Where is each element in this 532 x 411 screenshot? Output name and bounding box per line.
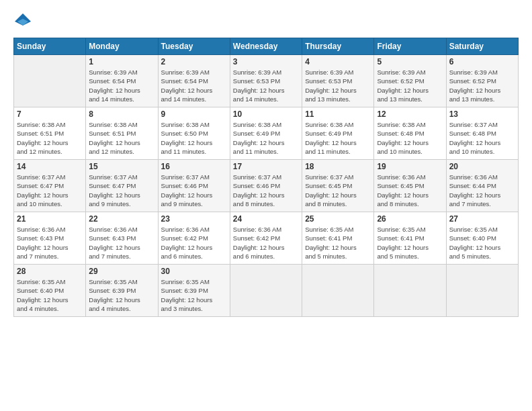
day-number: 9 (161, 109, 227, 119)
calendar-cell: 19Sunrise: 6:36 AMSunset: 6:45 PMDayligh… (374, 160, 446, 212)
day-number: 14 (17, 162, 83, 171)
day-info: Sunrise: 6:39 AMSunset: 6:53 PMDaylight:… (233, 68, 299, 103)
calendar-cell: 29Sunrise: 6:35 AMSunset: 6:39 PMDayligh… (86, 265, 158, 317)
cell-info-line: Sunset: 6:42 PM (161, 234, 227, 242)
calendar-cell: 24Sunrise: 6:36 AMSunset: 6:42 PMDayligh… (230, 212, 302, 265)
cell-info-line: Daylight: 12 hours (89, 138, 154, 147)
cell-info-line: and 7 minutes. (449, 199, 515, 208)
cell-info-line: and 5 minutes. (449, 252, 515, 261)
calendar-cell: 9Sunrise: 6:38 AMSunset: 6:50 PMDaylight… (158, 107, 230, 160)
cell-info-line: Sunset: 6:53 PM (233, 77, 299, 85)
cell-info-line: and 12 minutes. (17, 147, 83, 156)
calendar-page: SundayMondayTuesdayWednesdayThursdayFrid… (0, 0, 532, 411)
cell-info-line: Sunrise: 6:35 AM (449, 225, 515, 234)
cell-info-line: Daylight: 12 hours (233, 138, 299, 147)
calendar-cell: 30Sunrise: 6:35 AMSunset: 6:39 PMDayligh… (158, 265, 230, 317)
cell-info-line: and 11 minutes. (161, 147, 227, 156)
day-info: Sunrise: 6:39 AMSunset: 6:53 PMDaylight:… (305, 68, 371, 103)
cell-info-line: Sunset: 6:47 PM (17, 181, 83, 190)
cell-info-line: Sunrise: 6:36 AM (161, 225, 227, 234)
calendar-cell: 25Sunrise: 6:35 AMSunset: 6:41 PMDayligh… (302, 212, 374, 265)
day-number: 12 (377, 109, 443, 119)
cell-info-line: Sunset: 6:54 PM (89, 77, 154, 85)
weekday-header-sunday: Sunday (14, 38, 86, 55)
day-number: 2 (161, 57, 227, 66)
cell-info-line: Sunset: 6:54 PM (161, 77, 227, 85)
cell-info-line: Sunrise: 6:36 AM (377, 173, 443, 181)
cell-info-line: Sunrise: 6:37 AM (17, 173, 83, 181)
cell-info-line: Sunrise: 6:39 AM (89, 68, 154, 77)
cell-info-line: and 13 minutes. (449, 95, 515, 103)
cell-info-line: Daylight: 12 hours (377, 138, 443, 147)
cell-info-line: Daylight: 12 hours (233, 191, 299, 199)
cell-info-line: Sunrise: 6:39 AM (449, 68, 515, 77)
cell-info-line: Daylight: 12 hours (377, 86, 443, 95)
calendar-week-1: 1Sunrise: 6:39 AMSunset: 6:54 PMDaylight… (14, 55, 519, 107)
day-info: Sunrise: 6:35 AMSunset: 6:40 PMDaylight:… (449, 225, 515, 261)
cell-info-line: Daylight: 12 hours (89, 191, 154, 199)
calendar-table: SundayMondayTuesdayWednesdayThursdayFrid… (13, 38, 519, 317)
cell-info-line: and 11 minutes. (233, 147, 299, 156)
cell-info-line: Daylight: 12 hours (449, 138, 515, 147)
calendar-cell: 28Sunrise: 6:35 AMSunset: 6:40 PMDayligh… (14, 265, 86, 317)
cell-info-line: Sunrise: 6:38 AM (233, 120, 299, 129)
cell-info-line: and 7 minutes. (89, 252, 154, 261)
cell-info-line: Sunrise: 6:35 AM (377, 225, 443, 234)
calendar-cell: 8Sunrise: 6:38 AMSunset: 6:51 PMDaylight… (86, 107, 158, 160)
cell-info-line: and 5 minutes. (305, 252, 371, 261)
cell-info-line: Daylight: 12 hours (161, 138, 227, 147)
cell-info-line: Sunrise: 6:37 AM (233, 173, 299, 181)
cell-info-line: Sunrise: 6:39 AM (233, 68, 299, 77)
cell-info-line: Sunrise: 6:37 AM (305, 173, 371, 181)
cell-info-line: Daylight: 12 hours (89, 86, 154, 95)
calendar-cell (446, 265, 518, 317)
cell-info-line: Sunset: 6:44 PM (449, 181, 515, 190)
cell-info-line: Sunrise: 6:38 AM (17, 120, 83, 129)
cell-info-line: Daylight: 12 hours (305, 243, 371, 252)
day-number: 3 (233, 57, 299, 66)
day-info: Sunrise: 6:39 AMSunset: 6:52 PMDaylight:… (377, 68, 443, 103)
cell-info-line: Sunset: 6:52 PM (449, 77, 515, 85)
day-number: 17 (233, 162, 299, 171)
cell-info-line: Sunrise: 6:35 AM (161, 277, 227, 286)
cell-info-line: Sunset: 6:41 PM (377, 234, 443, 242)
cell-info-line: and 8 minutes. (377, 199, 443, 208)
day-info: Sunrise: 6:37 AMSunset: 6:45 PMDaylight:… (305, 173, 371, 208)
calendar-cell: 4Sunrise: 6:39 AMSunset: 6:53 PMDaylight… (302, 55, 374, 107)
cell-info-line: Daylight: 12 hours (17, 191, 83, 199)
cell-info-line: Sunrise: 6:37 AM (89, 173, 154, 181)
cell-info-line: Sunrise: 6:38 AM (305, 120, 371, 129)
weekday-header-friday: Friday (374, 38, 446, 55)
calendar-week-4: 21Sunrise: 6:36 AMSunset: 6:43 PMDayligh… (14, 212, 519, 265)
calendar-cell: 18Sunrise: 6:37 AMSunset: 6:45 PMDayligh… (302, 160, 374, 212)
day-number: 7 (17, 109, 83, 119)
day-info: Sunrise: 6:36 AMSunset: 6:44 PMDaylight:… (449, 173, 515, 208)
cell-info-line: Sunset: 6:46 PM (233, 181, 299, 190)
day-info: Sunrise: 6:35 AMSunset: 6:39 PMDaylight:… (161, 277, 227, 313)
day-number: 28 (17, 267, 83, 276)
cell-info-line: Sunrise: 6:36 AM (233, 225, 299, 234)
calendar-cell: 20Sunrise: 6:36 AMSunset: 6:44 PMDayligh… (446, 160, 518, 212)
calendar-cell: 16Sunrise: 6:37 AMSunset: 6:46 PMDayligh… (158, 160, 230, 212)
cell-info-line: Daylight: 12 hours (161, 295, 227, 304)
day-number: 6 (449, 57, 515, 66)
day-info: Sunrise: 6:39 AMSunset: 6:52 PMDaylight:… (449, 68, 515, 103)
logo-icon (13, 12, 32, 31)
cell-info-line: and 14 minutes. (89, 95, 154, 103)
calendar-cell: 10Sunrise: 6:38 AMSunset: 6:49 PMDayligh… (230, 107, 302, 160)
calendar-cell: 13Sunrise: 6:37 AMSunset: 6:48 PMDayligh… (446, 107, 518, 160)
day-number: 15 (89, 162, 154, 171)
cell-info-line: Sunset: 6:40 PM (17, 286, 83, 295)
day-number: 20 (449, 162, 515, 171)
cell-info-line: and 9 minutes. (89, 199, 154, 208)
cell-info-line: Sunrise: 6:36 AM (89, 225, 154, 234)
cell-info-line: and 14 minutes. (161, 95, 227, 103)
day-number: 27 (449, 214, 515, 224)
cell-info-line: and 4 minutes. (89, 304, 154, 313)
weekday-header-row: SundayMondayTuesdayWednesdayThursdayFrid… (14, 38, 519, 55)
cell-info-line: Sunset: 6:41 PM (305, 234, 371, 242)
day-number: 23 (161, 214, 227, 224)
cell-info-line: Daylight: 12 hours (17, 295, 83, 304)
day-info: Sunrise: 6:37 AMSunset: 6:47 PMDaylight:… (89, 173, 154, 208)
cell-info-line: Daylight: 12 hours (449, 243, 515, 252)
